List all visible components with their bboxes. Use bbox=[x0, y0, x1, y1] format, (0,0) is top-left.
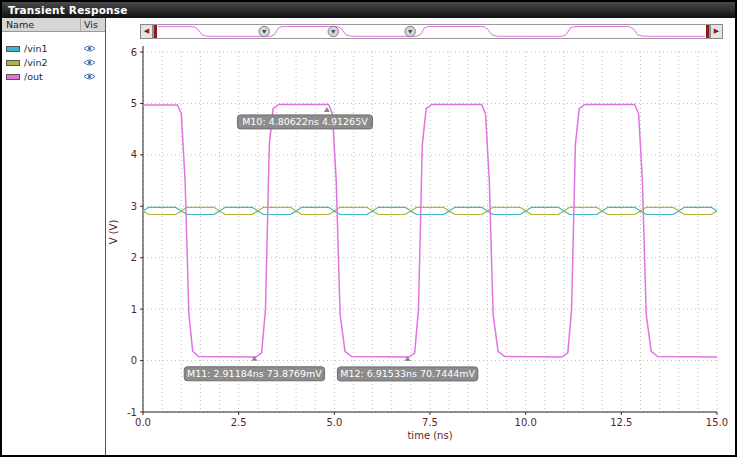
visibility-toggle[interactable] bbox=[81, 58, 105, 67]
x-tick-label: 2.5 bbox=[231, 417, 247, 428]
signal-panel: Name Vis /vin1 /vin2 bbox=[2, 18, 106, 455]
x-tick-label: 12.5 bbox=[610, 417, 632, 428]
marker-label-text: M12: 6.91533ns 70.7444mV bbox=[340, 368, 475, 379]
signal-row-vin2[interactable]: /vin2 bbox=[2, 56, 105, 69]
transient-response-window: Transient Response Name Vis /vin1 bbox=[0, 0, 737, 457]
scroll-right-button[interactable]: ▶ bbox=[710, 24, 723, 39]
y-tick-label: 4 bbox=[131, 149, 137, 160]
y-tick-label: -1 bbox=[127, 407, 137, 418]
range-start-handle[interactable] bbox=[154, 25, 157, 38]
signal-list: /vin1 /vin2 bbox=[2, 32, 105, 83]
x-tick-label: 0.0 bbox=[135, 417, 151, 428]
overview-marker-knob-M10[interactable] bbox=[328, 26, 338, 36]
overview-marker-knob-M11[interactable] bbox=[259, 26, 269, 36]
signal-color-swatch bbox=[6, 46, 20, 52]
signal-label: /vin1 bbox=[24, 43, 81, 54]
signal-label: /vin2 bbox=[24, 57, 81, 68]
eye-icon bbox=[83, 58, 96, 67]
x-axis-title: time (ns) bbox=[407, 430, 452, 441]
x-tick-label: 5.0 bbox=[326, 417, 342, 428]
eye-icon bbox=[83, 44, 96, 53]
eye-icon bbox=[83, 72, 96, 81]
trace-out[interactable] bbox=[143, 105, 717, 358]
y-tick-label: 3 bbox=[131, 201, 137, 212]
marker-M12[interactable]: M12: 6.91533ns 70.7444mV bbox=[337, 356, 477, 381]
overview-marker-knob-M12[interactable] bbox=[405, 26, 415, 36]
window-title: Transient Response bbox=[8, 4, 128, 16]
signal-label: /out bbox=[24, 71, 81, 82]
y-tick-label: 1 bbox=[131, 304, 137, 315]
x-tick-label: 7.5 bbox=[422, 417, 438, 428]
column-header-name: Name bbox=[2, 18, 81, 31]
marker-label-text: M10: 4.80622ns 4.91265V bbox=[242, 116, 368, 127]
marker-point bbox=[324, 107, 330, 112]
window-titlebar[interactable]: Transient Response bbox=[2, 2, 735, 18]
waveform-chart[interactable]: 0.02.55.07.510.012.515.0-10123456time (n… bbox=[106, 42, 735, 454]
signal-row-out[interactable]: /out bbox=[2, 70, 105, 83]
x-tick-label: 15.0 bbox=[706, 417, 728, 428]
y-tick-label: 5 bbox=[131, 98, 137, 109]
y-tick-label: 6 bbox=[131, 47, 137, 58]
signal-color-swatch bbox=[6, 74, 20, 80]
scroll-left-button[interactable]: ◀ bbox=[140, 24, 153, 39]
y-tick-label: 2 bbox=[131, 252, 137, 263]
signal-row-vin1[interactable]: /vin1 bbox=[2, 42, 105, 55]
window-content: Name Vis /vin1 /vin2 bbox=[2, 18, 735, 455]
signal-color-swatch bbox=[6, 60, 20, 66]
signal-panel-header: Name Vis bbox=[2, 18, 105, 32]
marker-M10[interactable]: M10: 4.80622ns 4.91265V bbox=[237, 107, 372, 129]
y-tick-label: 0 bbox=[131, 355, 137, 366]
plot-area: ◀ ▶ 0.02.55.07.510.012.515.0-10123456tim… bbox=[106, 18, 735, 455]
y-axis-title: V (V) bbox=[108, 220, 119, 245]
x-tick-label: 10.0 bbox=[515, 417, 537, 428]
marker-M11[interactable]: M11: 2.91184ns 73.8769mV bbox=[184, 356, 324, 381]
column-header-vis: Vis bbox=[81, 18, 105, 31]
overview-scrollbar: ◀ ▶ bbox=[140, 23, 723, 40]
visibility-toggle[interactable] bbox=[81, 72, 105, 81]
marker-label-text: M11: 2.91184ns 73.8769mV bbox=[187, 368, 322, 379]
visibility-toggle[interactable] bbox=[81, 44, 105, 53]
overview-strip[interactable] bbox=[153, 23, 710, 40]
range-end-handle[interactable] bbox=[706, 25, 709, 38]
